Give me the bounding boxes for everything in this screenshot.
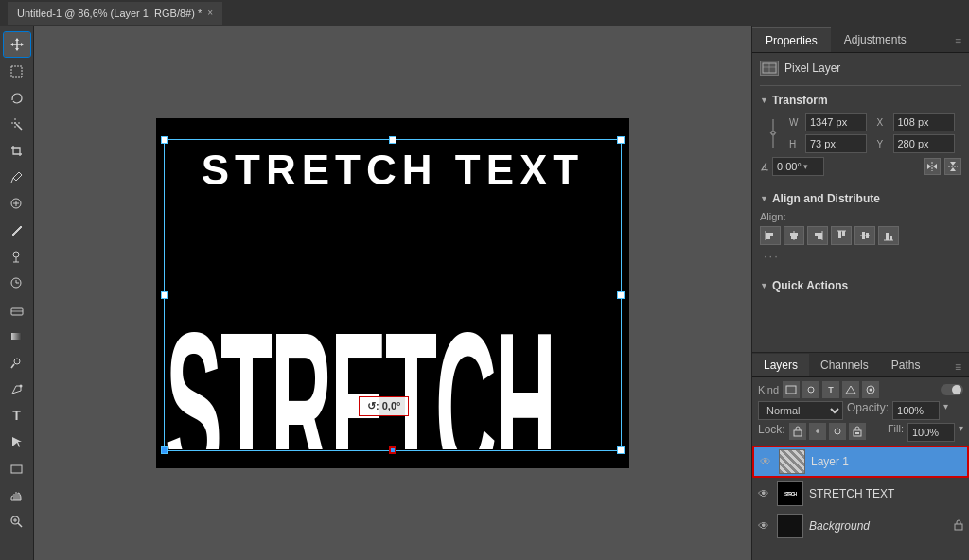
healing-tool[interactable]	[4, 191, 30, 216]
eraser-tool[interactable]	[4, 297, 30, 322]
opacity-input[interactable]: 100%	[892, 401, 940, 420]
close-tab-button[interactable]: ×	[207, 8, 213, 18]
layer-item-stretchtext[interactable]: 👁 STRCH STRETCH TEXT	[752, 478, 969, 510]
align-bottom-button[interactable]	[878, 226, 899, 245]
svg-rect-69	[955, 524, 962, 530]
layer-controls: Kind T	[752, 377, 969, 446]
history-brush-tool[interactable]	[4, 271, 30, 295]
filter-smart-icon[interactable]	[862, 381, 879, 398]
stretch-text-main: STRETCH TEXT	[166, 194, 620, 449]
canvas-area[interactable]: STRETCH TEXT STRETCH TEXT ↺: 0,0°	[34, 26, 751, 560]
layers-menu-icon[interactable]: ≡	[947, 358, 969, 376]
lock-pixels-icon[interactable]	[789, 423, 806, 440]
lock-position-icon[interactable]	[809, 423, 826, 440]
pen-tool[interactable]	[4, 376, 30, 401]
right-panel: Properties Adjustments ≡ Pixel Layer	[751, 26, 969, 560]
tab-properties[interactable]: Properties	[752, 27, 831, 52]
svg-marker-5	[21, 43, 24, 46]
lock-icons	[789, 423, 866, 442]
document-tab[interactable]: Untitled-1 @ 86,6% (Layer 1, RGB/8#) * ×	[8, 2, 222, 25]
move-tool[interactable]	[4, 32, 30, 57]
properties-tabs: Properties Adjustments ≡	[752, 26, 969, 53]
align-top-button[interactable]	[831, 226, 852, 245]
lasso-tool[interactable]	[4, 85, 30, 110]
clone-stamp-tool[interactable]	[4, 244, 30, 269]
svg-rect-48	[815, 233, 822, 236]
filter-icons: T	[783, 381, 879, 398]
visibility-icon-layer1[interactable]: 👁	[760, 455, 773, 468]
filter-type-icon[interactable]: T	[822, 381, 839, 398]
angle-input[interactable]: 0,00° ▾	[772, 157, 824, 176]
magic-wand-tool[interactable]	[4, 112, 30, 136]
visibility-icon-background[interactable]: 👁	[758, 519, 771, 533]
flip-vertical-icon[interactable]	[944, 158, 961, 175]
more-options[interactable]: ···	[764, 249, 961, 263]
svg-line-25	[11, 364, 14, 368]
x-input[interactable]: 108 px	[893, 113, 955, 131]
svg-point-17	[13, 252, 19, 257]
fill-input[interactable]: 100%	[907, 423, 955, 442]
angle-icon: ∡	[760, 161, 769, 173]
transform-label: Transform	[772, 94, 828, 107]
align-middle-v-button[interactable]	[854, 226, 875, 245]
svg-point-66	[835, 429, 840, 434]
angle-dropdown[interactable]: ▾	[803, 162, 817, 171]
lock-all-icon[interactable]	[849, 423, 866, 440]
filter-pixel-icon[interactable]	[783, 381, 800, 398]
pixel-layer-label: Pixel Layer	[784, 61, 840, 75]
svg-marker-37	[927, 164, 931, 169]
transform-chevron: ▼	[760, 96, 768, 105]
height-input[interactable]: 73 px	[805, 134, 867, 153]
brush-tool[interactable]	[4, 218, 30, 242]
angle-row: ∡ 0,00° ▾	[760, 157, 961, 176]
tab-paths[interactable]: Paths	[880, 354, 932, 376]
svg-marker-40	[950, 162, 956, 166]
filter-adjustment-icon[interactable]	[802, 381, 819, 398]
tab-channels[interactable]: Channels	[809, 354, 880, 376]
crop-tool[interactable]	[4, 138, 30, 163]
align-chevron: ▼	[760, 194, 768, 203]
type-tool[interactable]: T	[4, 403, 30, 428]
lock-artboard-icon[interactable]	[829, 423, 846, 440]
filter-shape-icon[interactable]	[842, 381, 859, 398]
tab-layers[interactable]: Layers	[752, 354, 809, 376]
align-right-button[interactable]	[807, 226, 828, 245]
properties-menu-icon[interactable]: ≡	[947, 31, 969, 52]
layers-panel: Layers Channels Paths ≡ Kind	[752, 352, 969, 560]
align-left-button[interactable]	[760, 226, 781, 245]
svg-line-7	[16, 124, 22, 130]
align-section-header: ▼ Align and Distribute	[760, 192, 961, 205]
opacity-dropdown[interactable]: ▾	[943, 401, 948, 420]
y-input[interactable]: 280 px	[893, 134, 955, 153]
top-bar: Untitled-1 @ 86,6% (Layer 1, RGB/8#) * ×	[0, 0, 969, 26]
layer-thumbnail-stretchtext: STRCH	[777, 481, 803, 506]
dodge-tool[interactable]	[4, 350, 30, 375]
flip-horizontal-icon[interactable]	[924, 158, 941, 175]
background-lock-icon	[954, 519, 963, 533]
width-input[interactable]: 1347 px	[805, 113, 867, 131]
svg-rect-42	[766, 233, 773, 236]
fill-dropdown[interactable]: ▾	[959, 423, 963, 442]
width-field: W 1347 px	[789, 113, 874, 131]
tab-adjustments[interactable]: Adjustments	[831, 27, 920, 52]
eyedropper-tool[interactable]	[4, 165, 30, 189]
zoom-tool[interactable]	[4, 509, 30, 534]
layer-name-layer1: Layer 1	[811, 455, 961, 468]
svg-rect-57	[886, 233, 889, 240]
gradient-tool[interactable]	[4, 324, 30, 348]
path-select-tool[interactable]	[4, 429, 30, 454]
marquee-tool[interactable]	[4, 59, 30, 83]
toolbar: T	[0, 26, 34, 560]
rectangle-tool[interactable]	[4, 456, 30, 481]
hand-tool[interactable]	[4, 482, 30, 507]
blend-opacity-row: Normal Opacity: 100% ▾	[758, 401, 963, 420]
visibility-icon-stretchtext[interactable]: 👁	[758, 487, 771, 500]
x-field: X 108 px	[877, 113, 962, 131]
layer-item-background[interactable]: 👁 Background	[752, 510, 969, 542]
align-center-h-button[interactable]	[784, 226, 804, 245]
layer-item-layer1[interactable]: 👁 Layer 1	[752, 446, 969, 478]
align-sublabel: Align:	[760, 211, 961, 222]
blend-mode-select[interactable]: Normal	[758, 401, 843, 420]
svg-rect-60	[786, 386, 796, 394]
filter-toggle[interactable]	[941, 384, 963, 395]
